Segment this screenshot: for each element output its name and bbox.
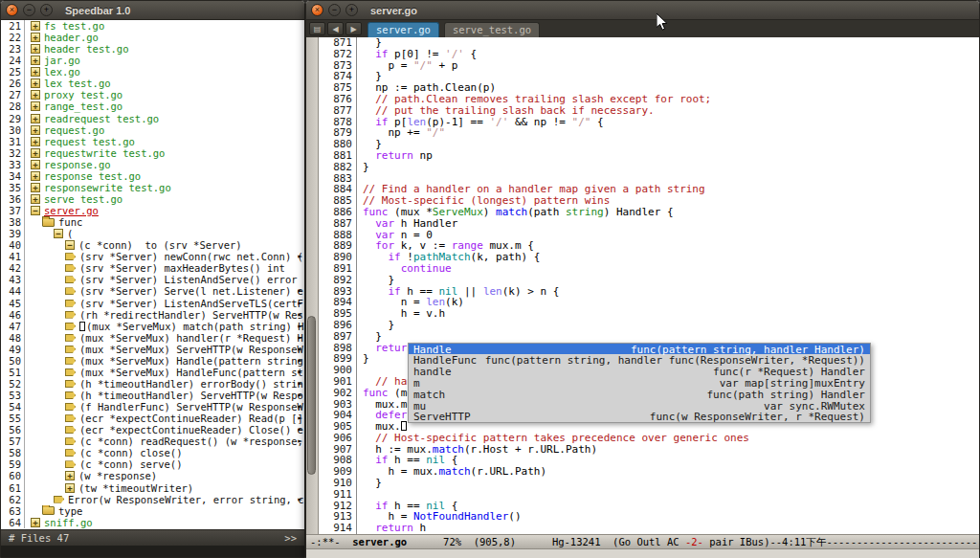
speedbar-tag-item[interactable]: 41(srv *Server) newConn(rwc net.Conn) (► [1, 251, 304, 262]
item-label[interactable]: header_test.go [44, 43, 129, 55]
speedbar-maximize-button[interactable]: + [40, 4, 53, 16]
item-label[interactable]: (mux *ServeMux) ServeHTTP(w ResponseW [79, 344, 303, 355]
speedbar-tag-item[interactable]: 43(srv *Server) ListenAndServe() error [1, 274, 304, 285]
expand-plus-icon[interactable]: + [31, 148, 40, 158]
minibuffer[interactable] [306, 549, 979, 558]
item-label[interactable]: (mux *ServeMux) Handle(pattern string [79, 355, 303, 367]
expand-plus-icon[interactable]: + [31, 137, 40, 146]
item-label[interactable]: proxy_test.go [44, 89, 122, 100]
speedbar-tag-item[interactable]: 53(h *timeoutHandler) ServeHTTP(w Respo► [1, 390, 304, 401]
tag-icon[interactable] [65, 334, 76, 342]
item-label[interactable]: (srv *Server) maxHeaderBytes() int [79, 262, 285, 274]
speedbar-file-item[interactable]: 35+responsewrite_test.go [1, 182, 304, 193]
speedbar-tag-item[interactable]: 40−(c *conn) to (srv *Server) [1, 239, 304, 251]
item-label[interactable]: lex_test.go [44, 78, 111, 89]
item-label[interactable]: (tw *timeoutWriter) [78, 482, 193, 494]
speedbar-tag-item[interactable]: 58(c *conn) close() [1, 447, 304, 458]
item-label[interactable]: requestwrite_test.go [44, 147, 165, 159]
editor-titlebar[interactable]: ×−+ server.go [306, 1, 979, 20]
tag-icon[interactable] [65, 403, 76, 411]
expand-plus-icon[interactable]: + [65, 483, 75, 493]
collapse-minus-icon[interactable]: − [65, 240, 75, 250]
speedbar-file-item[interactable]: 37−server.go [1, 205, 304, 216]
item-label[interactable]: request.go [44, 124, 104, 136]
item-label[interactable]: (srv *Server) newConn(rwc net.Conn) ( [79, 251, 303, 262]
expand-plus-icon[interactable]: + [31, 78, 40, 88]
speedbar-file-item[interactable]: 34+response_test.go [1, 170, 304, 182]
item-label[interactable]: ( [67, 228, 73, 239]
editor-maximize-button[interactable]: + [345, 4, 358, 16]
item-label[interactable]: readrequest_test.go [44, 113, 159, 124]
tag-icon[interactable] [65, 323, 76, 330]
forward-button[interactable]: ▶ [345, 22, 362, 35]
speedbar-tag-item[interactable]: 57(c *conn) readRequest() (w *response,► [1, 435, 304, 447]
tag-icon[interactable] [65, 346, 76, 353]
tag-icon[interactable] [65, 264, 76, 272]
item-label[interactable]: Error(w ResponseWriter, error string, c [68, 494, 304, 505]
expand-plus-icon[interactable]: + [31, 125, 40, 135]
speedbar-file-item[interactable]: 30+request.go [1, 124, 304, 136]
expand-plus-icon[interactable]: + [31, 56, 40, 65]
speedbar-minimize-button[interactable]: − [23, 4, 35, 16]
tab-serve_test.go[interactable]: serve_test.go [444, 22, 540, 37]
item-label[interactable]: sniff.go [44, 517, 93, 528]
item-label[interactable]: (c *conn) readRequest() (w *response, [79, 435, 303, 447]
collapse-minus-icon[interactable]: − [54, 229, 63, 238]
completion-item[interactable]: Handlefunc(pattern string, handler Handl… [409, 344, 870, 355]
item-label[interactable]: (w *response) [78, 470, 157, 481]
speedbar-file-item[interactable]: 33+response.go [1, 159, 304, 170]
collapse-minus-icon[interactable]: − [31, 206, 40, 215]
speedbar-tag-item[interactable]: 63type [1, 505, 304, 517]
speedbar-file-item[interactable]: 32+requestwrite_test.go [1, 147, 304, 159]
item-label[interactable]: response_test.go [44, 170, 141, 182]
speedbar-file-item[interactable]: 36+serve_test.go [1, 193, 304, 205]
item-label[interactable]: request_test.go [44, 136, 135, 147]
tag-icon[interactable] [65, 391, 76, 399]
item-label[interactable]: (mux *ServeMux) handler(r *Request) H [79, 332, 303, 344]
speedbar-tag-item[interactable]: 46(rh *redirectHandler) ServeHTTP(w Res► [1, 309, 304, 321]
speedbar-tag-item[interactable]: 60+(w *response) [1, 470, 304, 481]
speedbar-tag-item[interactable]: 50(mux *ServeMux) Handle(pattern string► [1, 355, 304, 367]
back-button[interactable]: ◀ [327, 22, 344, 35]
expand-plus-icon[interactable]: + [31, 183, 40, 192]
tag-icon[interactable] [65, 460, 76, 468]
speedbar-tag-item[interactable]: 51(mux *ServeMux) HandleFunc(pattern st► [1, 367, 304, 378]
expand-plus-icon[interactable]: + [31, 21, 40, 31]
speedbar-tag-item[interactable]: 45(srv *Server) ListenAndServeTLS(certF► [1, 298, 304, 309]
tab-server.go[interactable]: server.go [368, 22, 439, 37]
speedbar-file-item[interactable]: 26+lex_test.go [1, 78, 304, 89]
item-label[interactable]: serve_test.go [44, 193, 122, 205]
speedbar-file-item[interactable]: 31+request_test.go [1, 136, 304, 147]
speedbar-tag-item[interactable]: 52(h *timeoutHandler) errorBody() strin► [1, 378, 304, 390]
speedbar-file-item[interactable]: 22+header.go [1, 32, 304, 43]
tag-icon[interactable] [65, 449, 76, 457]
item-label[interactable]: lex.go [44, 66, 80, 78]
expand-plus-icon[interactable]: + [31, 194, 40, 204]
speedbar-file-item[interactable]: 23+header_test.go [1, 43, 304, 55]
item-label[interactable]: (c *conn) to (srv *Server) [78, 239, 242, 251]
item-label[interactable]: (mux *ServeMux) HandleFunc(pattern st [79, 367, 303, 378]
speedbar-tag-item[interactable]: 55(ecr *expectContinueReader) Read(p []► [1, 413, 304, 424]
expand-plus-icon[interactable]: + [31, 44, 40, 54]
speedbar-tag-item[interactable]: 56(ecr *expectContinueReader) Close() e► [1, 424, 304, 435]
item-label[interactable]: (rh *redirectHandler) ServeHTTP(w Res [79, 309, 303, 321]
item-label[interactable]: fs_test.go [44, 20, 104, 32]
item-label[interactable]: range_test.go [44, 100, 122, 112]
item-label[interactable]: (ecr *expectContinueReader) Read(p [] [79, 413, 303, 424]
speedbar-close-button[interactable]: × [6, 4, 18, 16]
speedbar-file-item[interactable]: 27+proxy_test.go [1, 89, 304, 100]
folder-icon[interactable] [42, 218, 55, 227]
item-label[interactable]: (srv *Server) ListenAndServeTLS(certF [79, 298, 303, 309]
editor-minimize-button[interactable]: − [328, 4, 341, 16]
speedbar-file-item[interactable]: 29+readrequest_test.go [1, 113, 304, 124]
expand-plus-icon[interactable]: + [31, 160, 40, 169]
speedbar-tag-item[interactable]: 59(c *conn) serve() [1, 458, 304, 470]
speedbar-file-item[interactable]: 64+sniff.go [1, 517, 304, 528]
item-label[interactable]: func [58, 216, 82, 228]
code-buffer[interactable]: 871 }872 if p[0] != '/' {873 p = "/" + p… [319, 37, 979, 534]
item-label[interactable]: (h *timeoutHandler) ServeHTTP(w Respo [79, 390, 303, 401]
speedbar-tag-item[interactable]: 42(srv *Server) maxHeaderBytes() int [1, 262, 304, 274]
tag-icon[interactable] [65, 287, 76, 295]
tag-icon[interactable] [54, 496, 64, 503]
tag-icon[interactable] [65, 426, 76, 434]
